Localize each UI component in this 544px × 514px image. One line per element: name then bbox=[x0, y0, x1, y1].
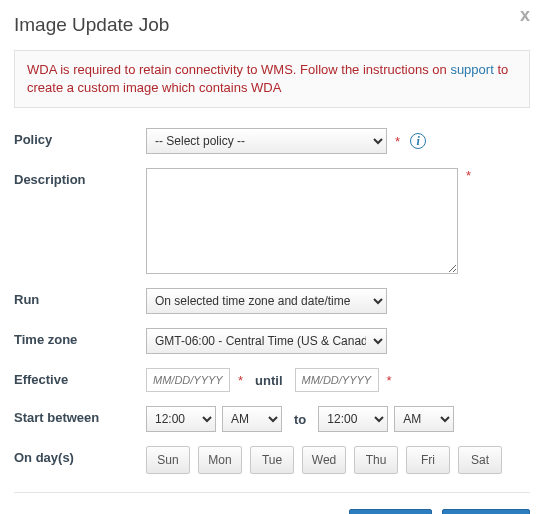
on-days-label: On day(s) bbox=[14, 446, 146, 465]
day-mon-button[interactable]: Mon bbox=[198, 446, 242, 474]
day-sun-button[interactable]: Sun bbox=[146, 446, 190, 474]
timezone-label: Time zone bbox=[14, 328, 146, 347]
to-label: to bbox=[294, 412, 306, 427]
start-between-label: Start between bbox=[14, 406, 146, 425]
dialog-title: Image Update Job bbox=[14, 14, 530, 36]
effective-until-required-mark: * bbox=[387, 373, 392, 388]
day-thu-button[interactable]: Thu bbox=[354, 446, 398, 474]
description-required-mark: * bbox=[466, 168, 471, 183]
day-wed-button[interactable]: Wed bbox=[302, 446, 346, 474]
run-label: Run bbox=[14, 288, 146, 307]
until-label: until bbox=[255, 373, 282, 388]
notice-text-before: WDA is required to retain connectivity t… bbox=[27, 62, 450, 77]
wda-notice: WDA is required to retain connectivity t… bbox=[14, 50, 530, 108]
policy-select[interactable]: -- Select policy -- bbox=[146, 128, 387, 154]
run-select[interactable]: On selected time zone and date/time bbox=[146, 288, 387, 314]
preview-button[interactable]: Preview bbox=[442, 509, 530, 514]
day-buttons: Sun Mon Tue Wed Thu Fri Sat bbox=[146, 446, 502, 474]
dialog-footer: Cancel Preview bbox=[14, 509, 530, 514]
divider bbox=[14, 492, 530, 493]
description-label: Description bbox=[14, 168, 146, 187]
image-update-job-dialog: x Image Update Job WDA is required to re… bbox=[0, 0, 544, 514]
close-icon[interactable]: x bbox=[520, 6, 530, 24]
effective-label: Effective bbox=[14, 368, 146, 387]
day-tue-button[interactable]: Tue bbox=[250, 446, 294, 474]
start-from-ampm-select[interactable]: AM bbox=[222, 406, 282, 432]
timezone-select[interactable]: GMT-06:00 - Central Time (US & Canada) bbox=[146, 328, 387, 354]
policy-label: Policy bbox=[14, 128, 146, 147]
support-link[interactable]: support bbox=[450, 62, 493, 77]
start-from-time-select[interactable]: 12:00 bbox=[146, 406, 216, 432]
effective-until-input[interactable] bbox=[295, 368, 379, 392]
effective-from-input[interactable] bbox=[146, 368, 230, 392]
day-sat-button[interactable]: Sat bbox=[458, 446, 502, 474]
cancel-button[interactable]: Cancel bbox=[349, 509, 431, 514]
effective-from-required-mark: * bbox=[238, 373, 243, 388]
start-to-ampm-select[interactable]: AM bbox=[394, 406, 454, 432]
day-fri-button[interactable]: Fri bbox=[406, 446, 450, 474]
start-to-time-select[interactable]: 12:00 bbox=[318, 406, 388, 432]
info-icon[interactable]: i bbox=[410, 133, 426, 149]
description-textarea[interactable] bbox=[146, 168, 458, 274]
policy-required-mark: * bbox=[395, 134, 400, 149]
